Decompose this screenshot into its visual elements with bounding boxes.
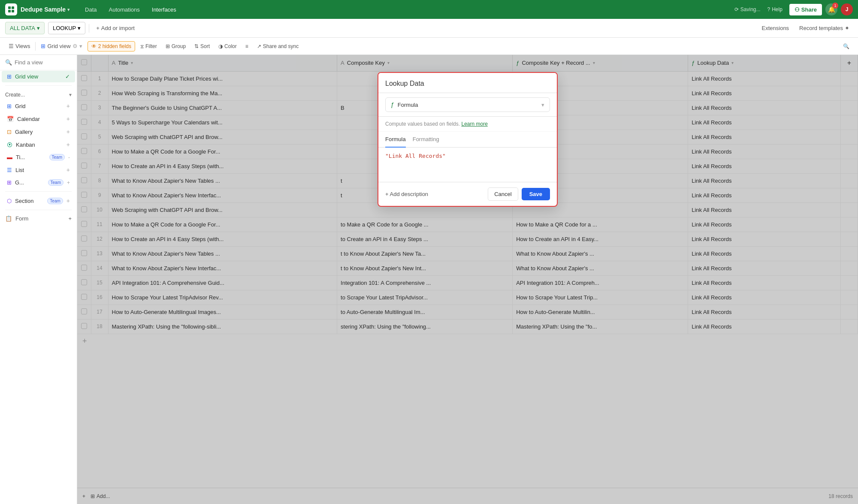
record-templates-button[interactable]: Record templates ✦ xyxy=(796,22,853,34)
lookup-chevron-icon: ▾ xyxy=(78,25,81,31)
grid-icon: ⊞ xyxy=(7,73,12,80)
section-add-icon[interactable]: + xyxy=(66,197,70,204)
sidebar-search-input[interactable] xyxy=(15,59,72,66)
form-add-icon[interactable]: + xyxy=(68,215,72,222)
sidebar-item-kanban[interactable]: ⦿ Kanban + xyxy=(2,139,75,151)
formula-editor[interactable]: "Link All Records" xyxy=(378,148,557,182)
sidebar-item-gantt[interactable]: ⊞ G... Team + xyxy=(2,177,75,188)
nav-data[interactable]: Data xyxy=(80,4,102,15)
sidebar-section-item[interactable]: ⬡ Section Team + xyxy=(2,195,75,207)
avatar[interactable]: J xyxy=(841,3,853,15)
formula-field-modal: ƒ Formula ▾ Compute values based on fiel… xyxy=(378,72,558,207)
sort-button[interactable]: ⇅ Sort xyxy=(191,42,213,51)
grid-view-button[interactable]: ⊞ Grid view ⚙ ▾ xyxy=(37,41,85,51)
gantt-team-badge: Team xyxy=(48,179,63,186)
modal-tabs: Formula Formatting xyxy=(378,132,557,148)
sidebar-item-calendar[interactable]: 📅 Calendar + xyxy=(2,113,75,125)
color-button[interactable]: ◑ Color xyxy=(215,42,240,51)
save-button[interactable]: Save xyxy=(522,188,550,200)
svg-rect-0 xyxy=(8,6,11,9)
sidebar-form-item[interactable]: 📋 Form + xyxy=(0,213,77,224)
hidden-fields-button[interactable]: 👁 2 hidden fields xyxy=(88,41,135,51)
sidebar-item-timeline[interactable]: ▬ Ti... Team - xyxy=(2,151,75,163)
fields-icon: ≡ xyxy=(245,43,248,49)
section-team-badge: Team xyxy=(47,198,63,204)
field-name-input[interactable] xyxy=(378,73,557,93)
create-section[interactable]: Create... ▾ xyxy=(0,88,77,100)
sidebar-item-grid-view[interactable]: ⊞ Grid view ✓ xyxy=(2,71,75,82)
field-type-row: ƒ Formula ▾ xyxy=(378,93,557,117)
gantt-icon: ⊞ xyxy=(7,179,12,186)
modal-footer: + Add description Cancel Save xyxy=(378,182,557,206)
svg-rect-2 xyxy=(8,10,11,12)
list-add-icon[interactable]: + xyxy=(66,166,70,173)
brand-chevron-icon: ▾ xyxy=(67,7,69,12)
app-name[interactable]: Dedupe Sample ▾ xyxy=(21,6,69,13)
svg-rect-3 xyxy=(12,10,14,12)
add-import-button[interactable]: + Add or import xyxy=(93,22,138,34)
sidebar-divider-3 xyxy=(5,210,72,210)
calendar-add-icon[interactable]: + xyxy=(66,115,70,122)
create-chevron-icon: ▾ xyxy=(69,92,72,98)
formula-value: "Link All Records" xyxy=(385,153,446,159)
search-button[interactable]: 🔍 xyxy=(840,42,853,51)
toolbar-row: ALL DATA ▾ LOOKUP ▾ + Add or import Exte… xyxy=(0,19,858,38)
kanban-add-icon[interactable]: + xyxy=(66,141,70,148)
nav-links: Data Automations Interfaces xyxy=(80,4,181,15)
grid-add-icon[interactable]: + xyxy=(66,103,70,109)
cancel-button[interactable]: Cancel xyxy=(488,187,518,201)
nav-automations[interactable]: Automations xyxy=(104,4,145,15)
filter-icon: ⧖ xyxy=(140,43,144,49)
timeline-icon: ▬ xyxy=(7,154,12,160)
gantt-add-icon: + xyxy=(67,180,70,186)
share-sync-icon: ↗ xyxy=(257,43,261,49)
filter-button[interactable]: ⧖ Filter xyxy=(137,42,160,51)
main-layout: 🔍 ⊞ Grid view ✓ Create... ▾ ⊞ Grid + 📅 C… xyxy=(0,55,858,504)
formula-tab[interactable]: Formula xyxy=(385,132,406,148)
section-icon: ⬡ xyxy=(7,198,12,204)
views-sep xyxy=(35,42,36,51)
saving-icon: ⟳ xyxy=(734,6,739,12)
grid-view-icon: ⊞ xyxy=(41,43,45,49)
group-icon: ⊞ xyxy=(166,43,170,49)
saving-indicator: ⟳ Saving... xyxy=(734,6,761,12)
app-logo[interactable] xyxy=(5,3,17,15)
lookup-tab[interactable]: LOOKUP ▾ xyxy=(48,22,85,34)
group-button[interactable]: ⊞ Group xyxy=(162,42,189,51)
check-icon: ✓ xyxy=(65,73,70,80)
fields-button[interactable]: ≡ xyxy=(242,42,252,51)
nav-interfaces[interactable]: Interfaces xyxy=(147,4,181,15)
share-sync-button[interactable]: ↗ Share and sync xyxy=(254,42,302,51)
sort-icon: ⇅ xyxy=(194,43,199,49)
gallery-add-icon[interactable]: + xyxy=(66,128,70,135)
sidebar-item-gallery[interactable]: ⊡ Gallery + xyxy=(2,126,75,138)
sidebar: 🔍 ⊞ Grid view ✓ Create... ▾ ⊞ Grid + 📅 C… xyxy=(0,55,77,504)
share-icon: ⚇ xyxy=(795,6,800,13)
all-data-tab[interactable]: ALL DATA ▾ xyxy=(5,22,45,34)
field-type-select[interactable]: ƒ Formula ▾ xyxy=(385,97,550,112)
plus-icon: + xyxy=(96,25,100,31)
table-area: A Title ▾ A Composite Key ▾ xyxy=(77,55,858,504)
sidebar-search-icon: 🔍 xyxy=(5,59,12,66)
share-button[interactable]: ⚇ Share xyxy=(789,4,822,15)
add-description-button[interactable]: + Add description xyxy=(385,191,484,197)
sidebar-search: 🔍 xyxy=(0,55,77,70)
timeline-add-icon: - xyxy=(68,154,70,160)
extensions-button[interactable]: Extensions xyxy=(758,22,793,34)
views-label[interactable]: ☰ Views xyxy=(5,41,33,51)
formatting-tab[interactable]: Formatting xyxy=(413,132,439,148)
learn-more-link[interactable]: Learn more xyxy=(461,121,487,127)
notifications-button[interactable]: 🔔 1 xyxy=(825,3,837,15)
modal-description: Compute values based on fields. Learn mo… xyxy=(378,117,557,132)
help-button[interactable]: ? Help xyxy=(764,5,785,14)
nav-right: ⟳ Saving... ? Help ⚇ Share 🔔 1 J xyxy=(734,3,853,15)
sidebar-item-grid[interactable]: ⊞ Grid + xyxy=(2,100,75,112)
timeline-team-badge: Team xyxy=(49,154,65,160)
gallery-icon: ⊡ xyxy=(7,129,12,135)
sidebar-item-list[interactable]: ☰ List + xyxy=(2,164,75,176)
views-bar: ☰ Views ⊞ Grid view ⚙ ▾ 👁 2 hidden field… xyxy=(0,38,858,55)
notification-badge: 1 xyxy=(832,3,838,9)
list-type-icon: ☰ xyxy=(7,167,12,173)
search-icon: 🔍 xyxy=(843,43,849,49)
svg-rect-1 xyxy=(12,6,14,9)
